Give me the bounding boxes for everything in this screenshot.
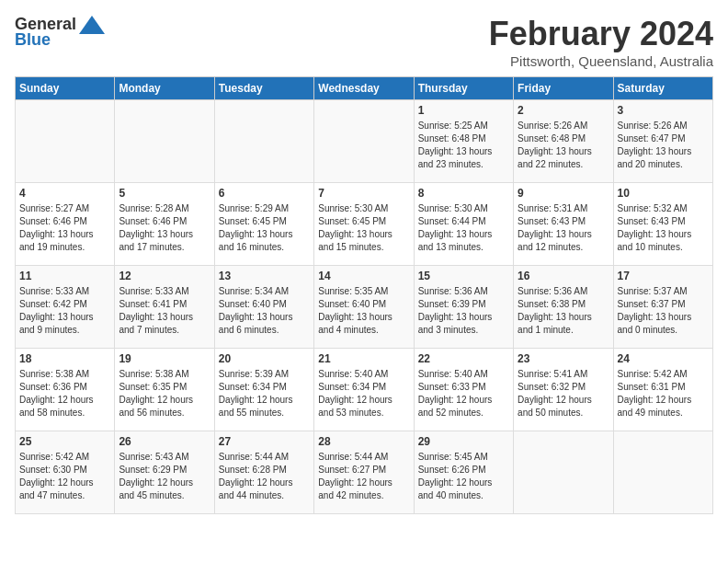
calendar-cell: 2Sunrise: 5:26 AM Sunset: 6:48 PM Daylig…: [514, 100, 613, 183]
day-number: 21: [318, 352, 409, 365]
day-info: Sunrise: 5:39 AM Sunset: 6:34 PM Dayligh…: [219, 368, 310, 419]
day-info: Sunrise: 5:36 AM Sunset: 6:38 PM Dayligh…: [518, 285, 609, 337]
day-info: Sunrise: 5:43 AM Sunset: 6:29 PM Dayligh…: [119, 451, 210, 502]
calendar-cell: 3Sunrise: 5:26 AM Sunset: 6:47 PM Daylig…: [613, 100, 712, 183]
calendar-week-row: 4Sunrise: 5:27 AM Sunset: 6:46 PM Daylig…: [16, 183, 713, 266]
header-friday: Friday: [514, 77, 613, 100]
calendar-cell: 20Sunrise: 5:39 AM Sunset: 6:34 PM Dayli…: [214, 349, 313, 431]
day-info: Sunrise: 5:31 AM Sunset: 6:43 PM Dayligh…: [518, 202, 609, 254]
day-info: Sunrise: 5:40 AM Sunset: 6:34 PM Dayligh…: [318, 368, 409, 419]
day-info: Sunrise: 5:38 AM Sunset: 6:35 PM Dayligh…: [119, 368, 210, 419]
calendar-cell: 15Sunrise: 5:36 AM Sunset: 6:39 PM Dayli…: [414, 266, 513, 349]
header-row: Sunday Monday Tuesday Wednesday Thursday…: [16, 77, 713, 100]
calendar-title-block: February 2024 Pittsworth, Queensland, Au…: [489, 15, 713, 69]
day-info: Sunrise: 5:44 AM Sunset: 6:28 PM Dayligh…: [219, 451, 310, 502]
day-number: 11: [19, 270, 110, 282]
calendar-cell: [115, 100, 214, 183]
day-info: Sunrise: 5:35 AM Sunset: 6:40 PM Dayligh…: [318, 285, 409, 337]
day-info: Sunrise: 5:29 AM Sunset: 6:45 PM Dayligh…: [219, 202, 310, 254]
day-number: 19: [119, 352, 210, 365]
header-saturday: Saturday: [613, 77, 712, 100]
calendar-cell: 11Sunrise: 5:33 AM Sunset: 6:42 PM Dayli…: [16, 266, 115, 349]
day-number: 9: [518, 187, 609, 200]
calendar-cell: 5Sunrise: 5:28 AM Sunset: 6:46 PM Daylig…: [115, 183, 214, 266]
header-monday: Monday: [115, 77, 214, 100]
day-info: Sunrise: 5:27 AM Sunset: 6:46 PM Dayligh…: [19, 202, 110, 254]
calendar-table: Sunday Monday Tuesday Wednesday Thursday…: [15, 76, 713, 514]
calendar-cell: [314, 100, 414, 183]
day-info: Sunrise: 5:33 AM Sunset: 6:41 PM Dayligh…: [119, 285, 210, 337]
day-number: 18: [19, 352, 110, 365]
day-number: 13: [219, 270, 310, 282]
day-number: 2: [518, 104, 609, 117]
day-number: 26: [119, 435, 210, 448]
calendar-cell: 23Sunrise: 5:41 AM Sunset: 6:32 PM Dayli…: [514, 349, 613, 431]
calendar-month-title: February 2024: [489, 15, 713, 53]
calendar-cell: 4Sunrise: 5:27 AM Sunset: 6:46 PM Daylig…: [16, 183, 115, 266]
day-number: 4: [19, 187, 110, 200]
calendar-week-row: 25Sunrise: 5:42 AM Sunset: 6:30 PM Dayli…: [16, 431, 713, 514]
calendar-cell: 1Sunrise: 5:25 AM Sunset: 6:48 PM Daylig…: [414, 100, 513, 183]
calendar-cell: [214, 100, 313, 183]
header-wednesday: Wednesday: [314, 77, 414, 100]
calendar-cell: 22Sunrise: 5:40 AM Sunset: 6:33 PM Dayli…: [414, 349, 513, 431]
day-info: Sunrise: 5:41 AM Sunset: 6:32 PM Dayligh…: [518, 368, 609, 419]
calendar-cell: [613, 431, 712, 514]
calendar-cell: 7Sunrise: 5:30 AM Sunset: 6:45 PM Daylig…: [314, 183, 414, 266]
calendar-cell: [16, 100, 115, 183]
day-info: Sunrise: 5:26 AM Sunset: 6:47 PM Dayligh…: [618, 120, 709, 171]
day-info: Sunrise: 5:26 AM Sunset: 6:48 PM Dayligh…: [518, 120, 609, 171]
calendar-cell: 16Sunrise: 5:36 AM Sunset: 6:38 PM Dayli…: [514, 266, 613, 349]
calendar-cell: 8Sunrise: 5:30 AM Sunset: 6:44 PM Daylig…: [414, 183, 513, 266]
day-number: 27: [219, 435, 310, 448]
calendar-cell: 26Sunrise: 5:43 AM Sunset: 6:29 PM Dayli…: [115, 431, 214, 514]
logo-blue-text: Blue: [15, 30, 51, 50]
day-info: Sunrise: 5:42 AM Sunset: 6:31 PM Dayligh…: [618, 368, 709, 419]
day-number: 8: [418, 187, 509, 200]
calendar-cell: 28Sunrise: 5:44 AM Sunset: 6:27 PM Dayli…: [314, 431, 414, 514]
calendar-cell: 6Sunrise: 5:29 AM Sunset: 6:45 PM Daylig…: [214, 183, 313, 266]
calendar-cell: [514, 431, 613, 514]
day-number: 17: [618, 270, 709, 282]
day-info: Sunrise: 5:34 AM Sunset: 6:40 PM Dayligh…: [219, 285, 310, 337]
calendar-week-row: 11Sunrise: 5:33 AM Sunset: 6:42 PM Dayli…: [16, 266, 713, 349]
day-info: Sunrise: 5:42 AM Sunset: 6:30 PM Dayligh…: [19, 451, 110, 502]
day-number: 22: [418, 352, 509, 365]
header-thursday: Thursday: [414, 77, 513, 100]
day-info: Sunrise: 5:30 AM Sunset: 6:44 PM Dayligh…: [418, 202, 509, 254]
logo: General Blue: [15, 15, 105, 50]
day-number: 16: [518, 270, 609, 282]
calendar-week-row: 1Sunrise: 5:25 AM Sunset: 6:48 PM Daylig…: [16, 100, 713, 183]
day-number: 6: [219, 187, 310, 200]
calendar-cell: 21Sunrise: 5:40 AM Sunset: 6:34 PM Dayli…: [314, 349, 414, 431]
logo-icon: [79, 16, 105, 34]
calendar-cell: 17Sunrise: 5:37 AM Sunset: 6:37 PM Dayli…: [613, 266, 712, 349]
svg-marker-0: [79, 16, 105, 34]
calendar-cell: 18Sunrise: 5:38 AM Sunset: 6:36 PM Dayli…: [16, 349, 115, 431]
day-number: 29: [418, 435, 509, 448]
day-info: Sunrise: 5:33 AM Sunset: 6:42 PM Dayligh…: [19, 285, 110, 337]
day-info: Sunrise: 5:40 AM Sunset: 6:33 PM Dayligh…: [418, 368, 509, 419]
calendar-cell: 12Sunrise: 5:33 AM Sunset: 6:41 PM Dayli…: [115, 266, 214, 349]
day-number: 7: [318, 187, 409, 200]
header-tuesday: Tuesday: [214, 77, 313, 100]
calendar-cell: 14Sunrise: 5:35 AM Sunset: 6:40 PM Dayli…: [314, 266, 414, 349]
day-number: 25: [19, 435, 110, 448]
day-number: 23: [518, 352, 609, 365]
day-number: 28: [318, 435, 409, 448]
day-info: Sunrise: 5:45 AM Sunset: 6:26 PM Dayligh…: [418, 451, 509, 502]
day-info: Sunrise: 5:30 AM Sunset: 6:45 PM Dayligh…: [318, 202, 409, 254]
calendar-cell: 27Sunrise: 5:44 AM Sunset: 6:28 PM Dayli…: [214, 431, 313, 514]
day-number: 14: [318, 270, 409, 282]
calendar-cell: 29Sunrise: 5:45 AM Sunset: 6:26 PM Dayli…: [414, 431, 513, 514]
day-info: Sunrise: 5:36 AM Sunset: 6:39 PM Dayligh…: [418, 285, 509, 337]
day-info: Sunrise: 5:37 AM Sunset: 6:37 PM Dayligh…: [618, 285, 709, 337]
day-number: 5: [119, 187, 210, 200]
day-info: Sunrise: 5:28 AM Sunset: 6:46 PM Dayligh…: [119, 202, 210, 254]
day-info: Sunrise: 5:32 AM Sunset: 6:43 PM Dayligh…: [618, 202, 709, 254]
day-number: 24: [618, 352, 709, 365]
calendar-cell: 19Sunrise: 5:38 AM Sunset: 6:35 PM Dayli…: [115, 349, 214, 431]
day-number: 20: [219, 352, 310, 365]
day-info: Sunrise: 5:38 AM Sunset: 6:36 PM Dayligh…: [19, 368, 110, 419]
calendar-cell: 25Sunrise: 5:42 AM Sunset: 6:30 PM Dayli…: [16, 431, 115, 514]
